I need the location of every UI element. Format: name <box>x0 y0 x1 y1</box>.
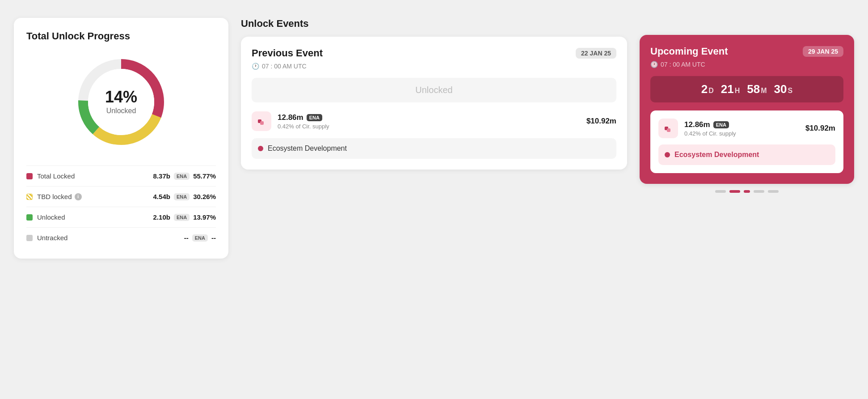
previous-event-card: Previous Event 22 JAN 25 🕐 07 : 00 AM UT… <box>241 37 627 170</box>
previous-token-row: 12.86m ENA 0.42% of Cir. supply $10.92m <box>252 111 616 131</box>
upcoming-token-row: 12.86m ENA 0.42% of Cir. supply $10.92m <box>658 119 835 138</box>
ena-badge-tbd: ENA <box>174 193 190 200</box>
token-icon-previous <box>252 111 271 131</box>
upcoming-event-name: Upcoming Event <box>650 46 728 57</box>
ena-logo-icon <box>256 116 267 127</box>
legend-row-unlocked: Unlocked 2.10b ENA 13.97% <box>26 207 216 227</box>
previous-event-name: Previous Event <box>252 47 323 59</box>
legend-values-untracked: -- ENA -- <box>184 234 216 242</box>
dot-5[interactable] <box>768 190 779 193</box>
legend-row-locked: Total Locked 8.37b ENA 55.77% <box>26 166 216 186</box>
clock-icon: 🕐 <box>252 63 259 70</box>
ena-logo-icon-upcoming <box>663 123 674 134</box>
previous-ecosystem-button[interactable]: Ecosystem Development <box>252 138 616 159</box>
dot-1[interactable] <box>715 190 726 193</box>
svg-rect-6 <box>260 121 264 125</box>
upcoming-event-date: 29 JAN 25 <box>803 46 843 57</box>
legend-name-unlocked: Unlocked <box>37 213 153 221</box>
legend-name-untracked: Untracked <box>37 234 184 242</box>
ena-badge-untracked: ENA <box>192 234 208 242</box>
section-title: Unlock Events <box>241 18 627 30</box>
legend: Total Locked 8.37b ENA 55.77% TBD locked… <box>26 166 216 248</box>
legend-values-unlocked: 2.10b ENA 13.97% <box>153 213 216 221</box>
upcoming-token-amount: 12.86m ENA <box>684 120 799 129</box>
previous-event-time: 🕐 07 : 00 AM UTC <box>252 63 616 70</box>
legend-dot-unlocked <box>26 214 33 221</box>
upcoming-event-wrapper: Upcoming Event 29 JAN 25 🕐 07 : 00 AM UT… <box>640 35 854 193</box>
eco-dot-previous <box>258 146 263 151</box>
upcoming-event-header: Upcoming Event 29 JAN 25 <box>650 46 843 57</box>
dot-3[interactable] <box>744 190 750 193</box>
countdown-hours: 21H <box>721 82 740 96</box>
previous-event-header: Previous Event 22 JAN 25 <box>252 47 616 59</box>
previous-token-amount: 12.86m ENA <box>278 113 580 122</box>
upcoming-token-usd: $10.92m <box>805 124 835 133</box>
unlocked-status-button: Unlocked <box>252 78 616 102</box>
legend-dot-untracked <box>26 235 33 241</box>
donut-chart-wrapper: 14% Unlocked <box>26 53 216 151</box>
previous-token-info: 12.86m ENA 0.42% of Cir. supply <box>278 113 580 130</box>
total-unlock-progress-card: Total Unlock Progress 14% Unlocked <box>14 18 228 259</box>
card-title: Total Unlock Progress <box>26 30 216 42</box>
countdown-mins: 58M <box>747 82 767 96</box>
upcoming-event-time: 🕐 07 : 00 AM UTC <box>650 61 843 68</box>
legend-row-untracked: Untracked -- ENA -- <box>26 227 216 248</box>
upcoming-ecosystem-button[interactable]: Ecosystem Development <box>658 144 835 165</box>
info-icon-tbd[interactable]: i <box>75 193 82 200</box>
upcoming-event-card: Upcoming Event 29 JAN 25 🕐 07 : 00 AM UT… <box>640 35 854 184</box>
previous-token-usd: $10.92m <box>586 117 616 126</box>
countdown-bar: 2D 21H 58M 30S <box>650 76 843 102</box>
previous-event-date: 22 JAN 25 <box>576 48 616 59</box>
legend-dot-tbd <box>26 194 33 200</box>
ena-badge-unlocked: ENA <box>174 214 190 221</box>
donut-label: Unlocked <box>105 107 137 115</box>
ena-badge-locked: ENA <box>174 173 190 180</box>
legend-dot-locked <box>26 173 33 179</box>
upcoming-token-supply: 0.42% of Cir. supply <box>684 130 799 137</box>
donut-percent: 14% <box>105 89 137 105</box>
upcoming-token-info: 12.86m ENA 0.42% of Cir. supply <box>684 120 799 137</box>
eco-dot-upcoming <box>665 152 670 157</box>
countdown-days: 2D <box>701 82 714 96</box>
upcoming-ena-badge: ENA <box>713 121 729 128</box>
previous-token-supply: 0.42% of Cir. supply <box>278 123 580 130</box>
countdown-secs: 30S <box>774 82 793 96</box>
legend-values-locked: 8.37b ENA 55.77% <box>153 172 216 180</box>
dot-2[interactable] <box>729 190 740 193</box>
svg-rect-8 <box>667 128 670 132</box>
main-container: Total Unlock Progress 14% Unlocked <box>14 18 854 259</box>
legend-name-locked: Total Locked <box>37 172 153 180</box>
pagination-dots <box>640 190 854 193</box>
donut-center: 14% Unlocked <box>105 89 137 115</box>
previous-ena-badge: ENA <box>307 114 322 121</box>
events-section: Unlock Events Previous Event 22 JAN 25 🕐… <box>241 18 627 170</box>
upcoming-clock-icon: 🕐 <box>650 61 658 68</box>
legend-values-tbd: 4.54b ENA 30.26% <box>153 193 216 200</box>
token-icon-upcoming <box>658 119 678 138</box>
legend-row-tbd: TBD locked i 4.54b ENA 30.26% <box>26 186 216 207</box>
dot-4[interactable] <box>754 190 764 193</box>
upcoming-inner-card: 12.86m ENA 0.42% of Cir. supply $10.92m … <box>650 110 843 173</box>
legend-name-tbd: TBD locked i <box>37 193 153 200</box>
